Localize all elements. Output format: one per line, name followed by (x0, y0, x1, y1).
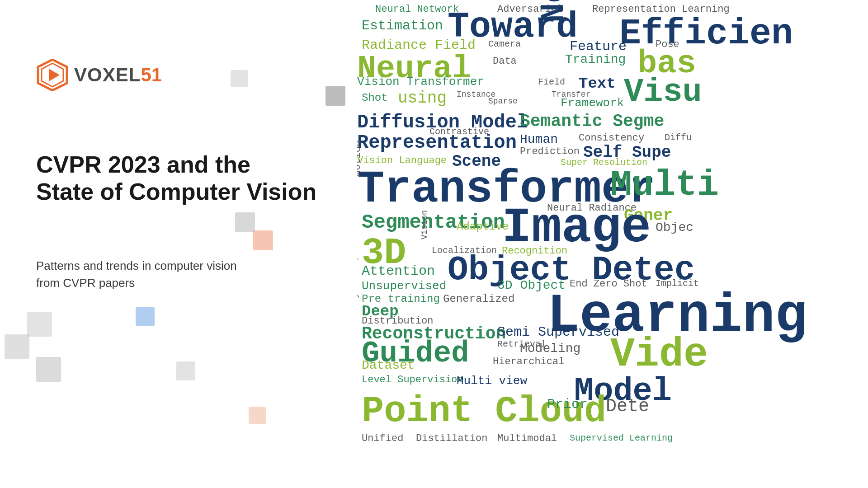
word-cloud-item: Field (538, 78, 565, 87)
word-cloud-item: Text (579, 76, 616, 91)
word-cloud-item: Framework (561, 97, 624, 109)
word-cloud-item: Vision (420, 210, 429, 239)
word-cloud-item: Shot (362, 93, 388, 103)
word-cloud-item: Vision Transformer (357, 76, 484, 88)
word-cloud-item: Prediction (520, 147, 580, 157)
word-cloud-item: Unified (362, 434, 403, 444)
word-cloud-item: Distillation (416, 434, 487, 444)
word-cloud: Neural NetworkAdversarialRepresentation … (357, 0, 868, 488)
word-cloud-item: Network (538, 0, 571, 23)
word-cloud-item: Generalized (443, 294, 514, 305)
subtitle-line2: from CVPR papers (36, 275, 237, 292)
word-cloud-item: Motion (357, 141, 363, 176)
decorative-square (231, 70, 248, 87)
title-line2: State of Computer Vision (36, 178, 316, 206)
logo-area: VOXEL51 (36, 59, 162, 91)
voxel51-logo-icon (36, 59, 69, 91)
word-cloud-item: Modeling (520, 343, 580, 355)
decorative-square (5, 334, 29, 359)
decorative-square (36, 357, 61, 382)
word-cloud-item: using (398, 90, 447, 107)
word-cloud-item: Human (520, 133, 558, 146)
word-cloud-item: Dete (606, 398, 649, 416)
word-cloud-item: Hierarchical (493, 357, 564, 367)
left-panel: VOXEL51 CVPR 2023 and the State of Compu… (0, 0, 357, 488)
decorative-square (176, 361, 195, 380)
word-cloud-item: Weakly (357, 293, 359, 325)
decorative-square (326, 86, 345, 106)
word-cloud-item: Dataset (362, 359, 415, 372)
main-title: CVPR 2023 and the State of Computer Visi… (36, 151, 316, 206)
word-cloud-item: Multi (610, 167, 719, 203)
word-cloud-item: Objec (656, 221, 693, 234)
word-cloud-item: Data (493, 56, 517, 66)
word-cloud-item: Supervised (357, 217, 359, 271)
word-cloud-item: Radiance Field (362, 38, 476, 52)
word-cloud-item: Training (565, 53, 626, 66)
word-cloud-item: Feature (570, 40, 627, 53)
word-cloud-item: Neural Network (375, 5, 459, 14)
logo-text: VOXEL51 (74, 64, 162, 86)
word-cloud-item: Prior (547, 398, 588, 411)
word-cloud-item: Representation (357, 133, 517, 152)
subtitle: Patterns and trends in computer vision f… (36, 258, 237, 291)
decorative-square (27, 312, 52, 337)
word-cloud-item: Consistency (579, 133, 644, 143)
word-cloud-item: Estimation (362, 19, 443, 33)
subtitle-line1: Patterns and trends in computer vision (36, 258, 237, 275)
right-panel: Neural NetworkAdversarialRepresentation … (357, 0, 868, 488)
svg-marker-2 (49, 69, 60, 81)
word-cloud-item: Diffu (665, 133, 692, 142)
word-cloud-item: Camera (488, 40, 521, 49)
word-cloud-item: Vide (610, 334, 708, 375)
word-cloud-item: Sparse (488, 97, 518, 105)
title-line1: CVPR 2023 and the (36, 151, 316, 178)
word-cloud-item: Supervised Learning (570, 434, 673, 443)
decorative-square (235, 212, 255, 232)
word-cloud-item: Unsupervised (362, 280, 446, 292)
word-cloud-item: Multimodal (497, 434, 557, 444)
word-cloud-item: Attention (362, 264, 435, 278)
word-cloud-item: Multi view (457, 375, 527, 387)
decorative-square (253, 230, 273, 250)
word-cloud-item: Adaptive (457, 221, 509, 232)
word-cloud-item: Semantic Segme (520, 113, 664, 130)
word-cloud-item: Semi Supervised (497, 325, 619, 339)
decorative-square (136, 307, 155, 326)
word-cloud-item: Level Supervision (362, 375, 463, 385)
decorative-square (249, 407, 266, 424)
word-cloud-item: Visu (624, 76, 702, 108)
